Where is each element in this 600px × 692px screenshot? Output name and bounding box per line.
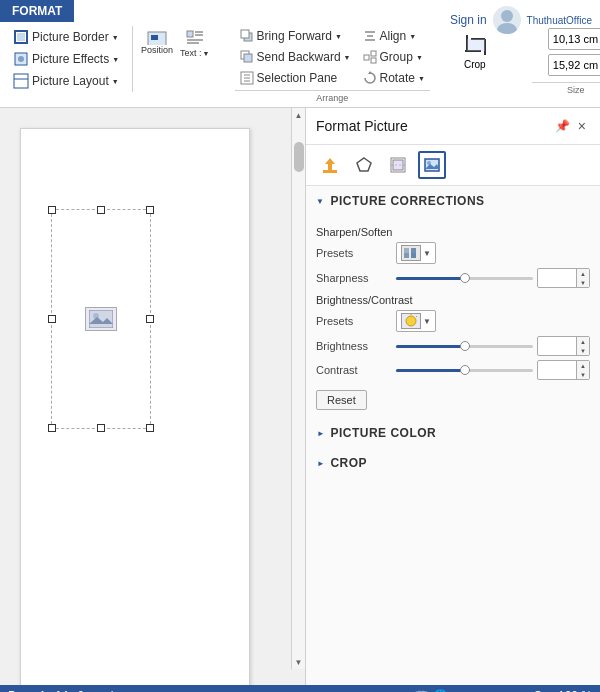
color-arrow: ▼ [316, 429, 325, 437]
brightness-input[interactable]: 0 % [538, 339, 576, 354]
sharpness-track [396, 277, 533, 280]
picture-icon-btn[interactable] [418, 151, 446, 179]
crop-arrow: ▼ [316, 459, 325, 467]
effects-icon-btn[interactable] [384, 151, 412, 179]
contrast-label: Contrast [316, 364, 396, 376]
brightness-slider[interactable] [396, 345, 533, 348]
panel-body: ▼ PICTURE CORRECTIONS Sharpen/Soften Pre… [306, 186, 600, 685]
bring-forward-btn[interactable]: Bring Forward ▼ [235, 26, 356, 46]
contrast-thumb[interactable] [460, 365, 470, 375]
svg-rect-27 [371, 51, 376, 56]
picture-layout-icon [13, 73, 29, 89]
size-label-text: Size [532, 82, 600, 95]
group-dropdown-icon: ▼ [416, 54, 423, 61]
handle-tl[interactable] [48, 206, 56, 214]
svg-rect-18 [244, 54, 252, 62]
contrast-fill [396, 369, 465, 372]
height-input[interactable]: 10,13 cm [549, 31, 600, 47]
picture-corrections-section: ▼ PICTURE CORRECTIONS Sharpen/Soften Pre… [306, 186, 600, 418]
sharpen-preset-btn[interactable]: ▼ [396, 242, 436, 264]
svg-rect-6 [14, 74, 28, 88]
sharpness-spinner[interactable]: 0 % ▲ ▼ [537, 268, 590, 288]
contrast-input[interactable]: 0 % [538, 363, 576, 378]
crop-btn[interactable]: Crop [450, 26, 500, 75]
height-spinner[interactable]: 10,13 cm ▲ ▼ [548, 28, 600, 50]
panel-pin-icon[interactable]: 📌 [555, 119, 570, 133]
reset-btn[interactable]: Reset [316, 390, 367, 410]
contrast-slider[interactable] [396, 369, 533, 372]
handle-bl[interactable] [48, 424, 56, 432]
format-panel: Format Picture 📌 × [305, 108, 600, 685]
svg-rect-42 [393, 160, 403, 170]
border-dropdown-icon: ▼ [112, 34, 119, 41]
sharpness-arrows: ▲ ▼ [576, 269, 589, 287]
handle-bm[interactable] [97, 424, 105, 432]
scroll-thumb[interactable] [294, 142, 304, 172]
brightness-preset-btn[interactable]: ▼ [396, 310, 436, 332]
format-tab[interactable]: FORMAT [0, 0, 74, 22]
send-backward-btn[interactable]: Send Backward ▼ [235, 47, 356, 67]
brightness-row: Brightness 0 % ▲ [316, 336, 590, 356]
sharpen-preset-arrow: ▼ [423, 249, 431, 258]
picture-border-btn[interactable]: Picture Border ▼ [8, 26, 124, 48]
sharpness-slider[interactable] [396, 277, 533, 280]
svg-point-0 [501, 10, 513, 22]
brightness-presets-row: Presets ▼ [316, 310, 590, 332]
align-btn[interactable]: Align ▼ [358, 26, 430, 46]
fill-icon-btn[interactable] [316, 151, 344, 179]
sharpness-up[interactable]: ▲ [577, 269, 589, 278]
picture-layout-btn[interactable]: Picture Layout ▼ [8, 70, 124, 92]
sharpness-thumb[interactable] [460, 273, 470, 283]
size-group: 10,13 cm ▲ ▼ 15,92 cm ▲ ▼ Size [524, 26, 600, 97]
scroll-up-arrow[interactable]: ▲ [292, 108, 306, 122]
crop-header[interactable]: ▼ CROP [306, 448, 600, 478]
rotate-btn[interactable]: Rotate ▼ [358, 68, 430, 88]
sharpness-input[interactable]: 0 % [538, 271, 576, 286]
svg-rect-3 [17, 33, 25, 41]
handle-tm[interactable] [97, 206, 105, 214]
scroll-down-arrow[interactable]: ▼ [292, 655, 306, 669]
panel-icon-bar [306, 145, 600, 186]
handle-br[interactable] [146, 424, 154, 432]
brightness-spinner[interactable]: 0 % ▲ ▼ [537, 336, 590, 356]
svg-marker-38 [325, 158, 335, 172]
layout-dropdown-icon: ▼ [112, 78, 119, 85]
arrange-col: Bring Forward ▼ Send Backward ▼ Selectio… [235, 26, 356, 88]
position-btn[interactable]: Position [141, 26, 173, 58]
rotate-dropdown-icon: ▼ [418, 75, 425, 82]
svg-rect-26 [364, 55, 369, 60]
contrast-spinner[interactable]: 0 % ▲ ▼ [537, 360, 590, 380]
brightness-down[interactable]: ▼ [577, 346, 589, 355]
group-btn[interactable]: Group ▼ [358, 47, 430, 67]
handle-ml[interactable] [48, 315, 56, 323]
brightness-thumb[interactable] [460, 341, 470, 351]
image-placeholder[interactable] [51, 209, 151, 429]
sharpen-preset-icon [401, 245, 421, 261]
brightness-up[interactable]: ▲ [577, 337, 589, 346]
canvas-area: ▲ ▼ [0, 108, 305, 685]
contrast-up[interactable]: ▲ [577, 361, 589, 370]
brightness-presets-control: ▼ [396, 310, 590, 332]
brightness-track [396, 345, 533, 348]
handle-mr[interactable] [146, 315, 154, 323]
svg-rect-35 [89, 310, 113, 328]
panel-close-btn[interactable]: × [574, 116, 590, 136]
width-spinner[interactable]: 15,92 cm ▲ ▼ [548, 54, 600, 76]
contrast-down[interactable]: ▼ [577, 370, 589, 379]
picture-corrections-header[interactable]: ▼ PICTURE CORRECTIONS [306, 186, 600, 216]
svg-line-54 [416, 316, 417, 317]
crop-section: ▼ CROP [306, 448, 600, 478]
sharpness-down[interactable]: ▼ [577, 278, 589, 287]
sharpen-presets-label: Presets [316, 247, 396, 259]
picture-effects-btn[interactable]: Picture Effects ▼ [8, 48, 124, 70]
vertical-scrollbar[interactable]: ▲ ▼ [291, 108, 305, 669]
line-icon-btn[interactable] [350, 151, 378, 179]
width-input[interactable]: 15,92 cm [549, 57, 600, 73]
picture-color-header[interactable]: ▼ PICTURE COLOR [306, 418, 600, 448]
wrap-text-btn[interactable]: Text : ▼ [175, 26, 214, 61]
handle-tr[interactable] [146, 206, 154, 214]
picture-corrections-label: PICTURE CORRECTIONS [330, 194, 484, 208]
brightness-preset-arrow: ▼ [423, 317, 431, 326]
svg-point-5 [18, 56, 24, 62]
selection-pane-btn[interactable]: Selection Pane [235, 68, 356, 88]
